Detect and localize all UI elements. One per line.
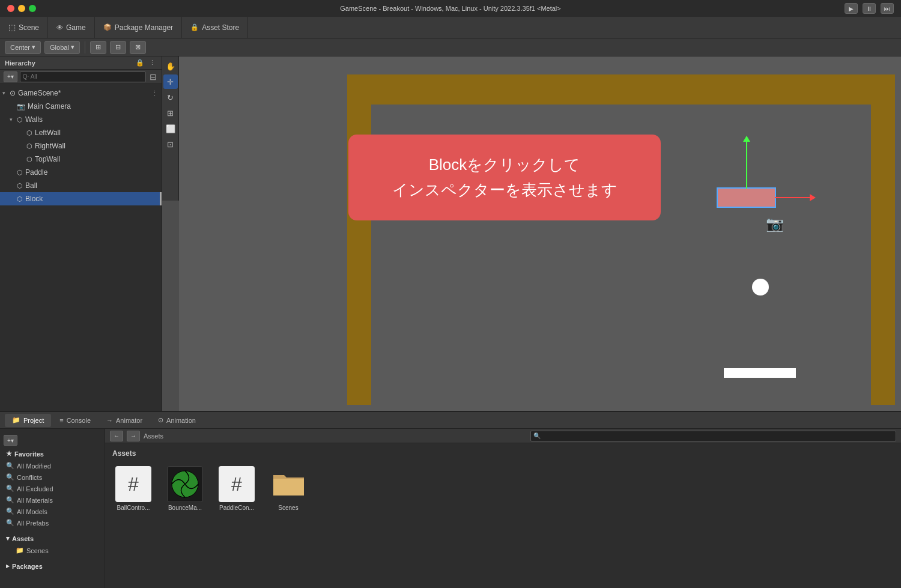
play-button[interactable]: ▶	[845, 3, 858, 14]
global-button[interactable]: Global ▾	[44, 41, 80, 54]
step-button[interactable]: ⏭	[881, 3, 894, 14]
object-icon: ⬡	[26, 156, 32, 163]
fav-all-prefabs[interactable]: 🔍 All Prefabs	[4, 518, 101, 528]
object-icon: ⬡	[26, 142, 32, 150]
tab-project[interactable]: 📁 Project	[5, 414, 51, 427]
rect-tool[interactable]: ⬜	[163, 121, 178, 136]
tab-animation[interactable]: ⊙ Animation	[151, 414, 203, 427]
back-button[interactable]: ←	[110, 431, 123, 441]
window-title: GameScene - Breakout - Windows, Mac, Lin…	[340, 5, 560, 12]
star-icon: ★	[6, 450, 12, 458]
rotate-tool[interactable]: ↻	[163, 90, 178, 105]
close-button[interactable]	[7, 5, 14, 12]
asset-paddlecon[interactable]: # PaddleCon...	[216, 466, 258, 511]
asset-ballcontrol-name: BallContro...	[117, 505, 150, 511]
hierarchy-item-paddle[interactable]: ⬡ Paddle	[0, 166, 162, 179]
folder-svg	[272, 469, 305, 499]
more-options-icon[interactable]: ⋮	[147, 58, 157, 68]
grid-toggle[interactable]: ⊞	[90, 41, 106, 54]
asset-ballcontrol[interactable]: # BallContro...	[112, 466, 154, 511]
bottom-panel: 📁 Project ≡ Console → Animator ⊙ Animati…	[0, 411, 901, 588]
chevron-down-icon: ▾	[32, 43, 35, 51]
scale-tool[interactable]: ⊞	[163, 106, 178, 120]
block-object[interactable]	[718, 189, 775, 207]
paddle-object	[724, 368, 796, 378]
camera-icon: 📷	[17, 103, 25, 111]
scenes-folder-item[interactable]: 📁 Scenes	[4, 545, 101, 556]
tab-package-manager[interactable]: 📦 Package Manager	[95, 17, 182, 38]
hierarchy-item-rightwall[interactable]: ⬡ RightWall	[0, 139, 162, 153]
tab-asset-store[interactable]: 🔒 Asset Store	[182, 17, 248, 38]
move-tool[interactable]: ✛	[163, 74, 178, 89]
tab-package-manager-label: Package Manager	[115, 23, 173, 32]
asset-store-icon: 🔒	[190, 23, 199, 31]
folder-icon: ▾	[6, 535, 10, 542]
hierarchy-toolbar: +▾ ⊟	[0, 70, 162, 84]
gizmos-toggle[interactable]: ⊠	[130, 41, 146, 54]
fav-all-materials[interactable]: 🔍 All Materials	[4, 495, 101, 505]
add-asset-button[interactable]: +▾	[4, 435, 17, 446]
pause-button[interactable]: ⏸	[863, 3, 876, 14]
packages-section-header[interactable]: ▸ Packages	[4, 560, 101, 572]
tab-game-label: Game	[66, 23, 86, 32]
fav-all-excluded[interactable]: 🔍 All Excluded	[4, 483, 101, 494]
asset-bouncema[interactable]: BounceMa...	[164, 466, 206, 511]
game-render-area: 📷	[179, 56, 901, 411]
fav-all-conflicts[interactable]: 🔍 Conflicts	[4, 472, 101, 482]
up-arrow-head	[743, 136, 750, 142]
hierarchy-item-ball[interactable]: ⬡ Ball	[0, 179, 162, 192]
scene-icon: ⬚	[8, 23, 16, 32]
console-icon: ≡	[59, 417, 63, 424]
assets-search-input[interactable]	[530, 431, 896, 441]
folder-icon	[270, 466, 306, 502]
fav-all-modified[interactable]: 🔍 All Modified	[4, 461, 101, 471]
assets-section-header[interactable]: ▾ Assets	[4, 533, 101, 544]
minimize-button[interactable]	[18, 5, 25, 12]
hierarchy-options-icon[interactable]: ⊟	[148, 72, 158, 82]
hierarchy-item-topwall[interactable]: ⬡ TopWall	[0, 153, 162, 166]
add-button[interactable]: +▾	[4, 71, 17, 82]
all-materials-label: All Materials	[17, 497, 53, 504]
all-prefabs-label: All Prefabs	[17, 520, 49, 527]
hierarchy-search[interactable]	[20, 71, 146, 82]
inner-game-area	[371, 105, 871, 405]
hash-icon: #	[128, 473, 139, 496]
right-wall-visual	[871, 74, 895, 405]
forward-button[interactable]: →	[127, 431, 140, 441]
more-options-icon[interactable]: ⋮	[150, 88, 159, 98]
hierarchy-item-block[interactable]: ⬡ Block	[0, 192, 162, 205]
project-icon: 📁	[12, 416, 20, 424]
scene-tools: ✋ ✛ ↻ ⊞ ⬜ ⊡	[162, 56, 179, 201]
hand-tool[interactable]: ✋	[163, 59, 178, 73]
tab-scene[interactable]: ⬚ Scene	[0, 17, 48, 38]
object-icon: ⬡	[17, 182, 23, 190]
snap-toggle[interactable]: ⊟	[110, 41, 126, 54]
favorites-section-header[interactable]: ★ Favorites	[4, 448, 101, 459]
tab-console-label: Console	[67, 417, 91, 424]
lock-icon[interactable]: 🔒	[135, 58, 145, 68]
animation-icon: ⊙	[158, 416, 163, 424]
main-area: Hierarchy 🔒 ⋮ +▾ ⊟ ▾ ⊙ GameScene* ⋮ 📷 Ma…	[0, 56, 901, 411]
hierarchy-item-leftwall[interactable]: ⬡ LeftWall	[0, 126, 162, 139]
hierarchy-icons: 🔒 ⋮	[135, 58, 157, 68]
all-excluded-label: All Excluded	[17, 485, 53, 493]
hierarchy-item-walls[interactable]: ▾ ⬡ Walls	[0, 113, 162, 126]
maximize-button[interactable]	[29, 5, 36, 12]
toolbar-separator	[85, 41, 85, 53]
fav-all-models[interactable]: 🔍 All Models	[4, 506, 101, 517]
tab-console[interactable]: ≡ Console	[52, 414, 98, 427]
hierarchy-item-maincamera[interactable]: 📷 Main Camera	[0, 100, 162, 113]
walls-label: Walls	[25, 115, 43, 124]
chevron-down-icon: ▾	[71, 43, 74, 51]
hierarchy-title: Hierarchy	[5, 59, 35, 67]
asset-paddlecon-name: PaddleCon...	[219, 505, 254, 511]
scene-toolbar: Center ▾ Global ▾ ⊞ ⊟ ⊠	[0, 38, 901, 56]
center-button[interactable]: Center ▾	[5, 41, 41, 54]
hierarchy-item-gamescene[interactable]: ▾ ⊙ GameScene* ⋮	[0, 86, 162, 100]
asset-scenes[interactable]: Scenes	[267, 466, 309, 511]
top-wall-visual	[347, 74, 895, 105]
transform-tool[interactable]: ⊡	[163, 137, 178, 151]
tab-animator[interactable]: → Animator	[99, 414, 150, 427]
bottom-tabs: 📁 Project ≡ Console → Animator ⊙ Animati…	[0, 412, 901, 429]
tab-game[interactable]: 👁 Game	[48, 17, 95, 38]
